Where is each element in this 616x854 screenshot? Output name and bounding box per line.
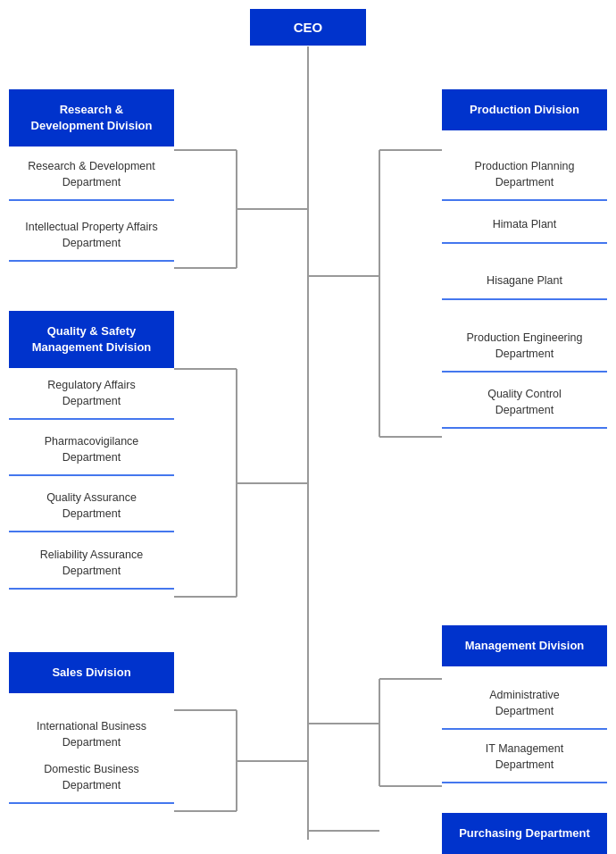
qsm-division-box: Quality & SafetyManagement Division — [9, 311, 174, 368]
mgmt-dept2: IT ManagementDepartment — [442, 733, 607, 783]
qsm-dept4: Reliability AssuranceDepartment — [9, 539, 174, 590]
mgmt-dept1: AdministrativeDepartment — [442, 679, 607, 730]
qsm-dept1: Regulatory AffairsDepartment — [9, 369, 174, 420]
org-chart: CEO Research &Development Division Resea… — [0, 0, 616, 854]
ceo-label: CEO — [294, 20, 323, 35]
qsm-dept2: PharmacovigilanceDepartment — [9, 425, 174, 476]
rd-division-box: Research &Development Division — [9, 89, 174, 147]
ceo-box: CEO — [250, 9, 366, 46]
mgmt-division-box: Management Division — [442, 625, 607, 666]
prod-dept3: Hisagane Plant — [442, 264, 607, 300]
purchasing-dept-box: Purchasing Department — [442, 813, 607, 854]
rd-dept1: Research & DevelopmentDepartment — [9, 150, 174, 201]
prod-dept2: Himata Plant — [442, 208, 607, 244]
rd-dept2: Intellectual Property AffairsDepartment — [9, 211, 174, 262]
sales-division-box: Sales Division — [9, 652, 174, 693]
prod-dept5: Quality ControlDepartment — [442, 378, 607, 429]
prod-dept1: Production PlanningDepartment — [442, 150, 607, 201]
prod-dept4: Production EngineeringDepartment — [442, 322, 607, 373]
sales-dept2: Domestic BusinessDepartment — [9, 753, 174, 804]
production-division-box: Production Division — [442, 89, 607, 130]
qsm-dept3: Quality AssuranceDepartment — [9, 481, 174, 532]
